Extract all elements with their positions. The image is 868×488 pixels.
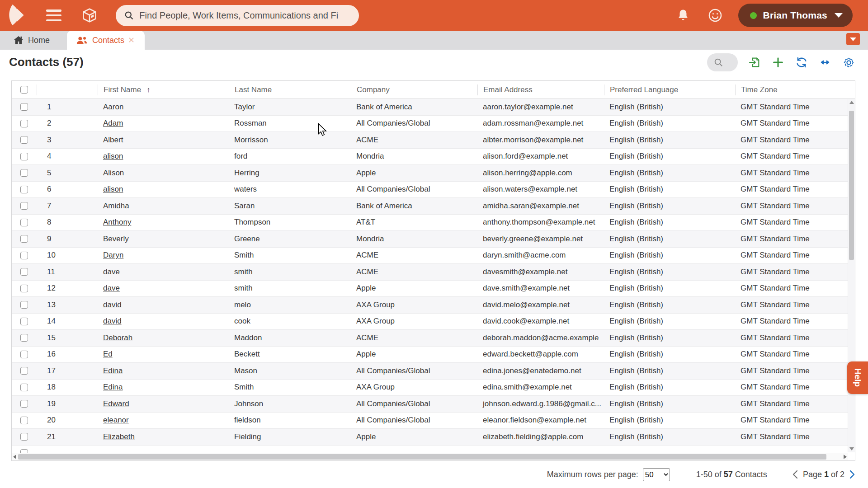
contact-link[interactable]: Beverly xyxy=(103,235,129,243)
horizontal-scrollbar-thumb[interactable] xyxy=(18,454,826,460)
contact-link[interactable]: Daryn xyxy=(103,251,123,259)
search-icon xyxy=(124,10,134,21)
contact-link[interactable]: david xyxy=(103,317,122,325)
contact-link[interactable]: david xyxy=(103,300,122,309)
grid-search-button[interactable] xyxy=(707,53,738,71)
row-checkbox[interactable] xyxy=(20,417,28,424)
cell-language: English (British) xyxy=(604,350,735,359)
cell-first-name: Elizabeth xyxy=(98,432,229,441)
row-checkbox[interactable] xyxy=(20,285,28,292)
cell-first-name: Adam xyxy=(98,119,229,128)
scroll-left-icon[interactable] xyxy=(13,455,16,459)
work-items-cube-icon[interactable] xyxy=(81,7,98,23)
refresh-button[interactable] xyxy=(795,56,808,69)
cell-last-name: Saran xyxy=(229,202,351,211)
row-checkbox[interactable] xyxy=(20,367,28,375)
previous-page-icon[interactable] xyxy=(792,470,798,479)
cell-email: alison.herring@apple.com xyxy=(477,169,604,178)
row-checkbox[interactable] xyxy=(20,268,28,276)
row-checkbox[interactable] xyxy=(20,384,28,391)
cell-last-name: Greene xyxy=(229,235,351,244)
contact-link[interactable]: Albert xyxy=(103,136,123,144)
scroll-right-icon[interactable] xyxy=(844,455,847,459)
table-row: 4alisonfordMondriaalison.ford@example.ne… xyxy=(12,149,848,165)
contact-link[interactable]: dave xyxy=(103,284,120,292)
row-checkbox[interactable] xyxy=(20,169,28,177)
pager: Page 1 of 2 xyxy=(792,470,855,479)
table-row: 16EdBeckettAppleedward.beckett@apple.com… xyxy=(12,347,848,363)
range-text: 1-50 of 57 Contacts xyxy=(696,470,767,479)
row-checkbox[interactable] xyxy=(20,252,28,259)
grid-settings-button[interactable] xyxy=(842,56,855,69)
tab-list-dropdown-button[interactable] xyxy=(846,33,860,45)
feedback-smiley-icon[interactable] xyxy=(708,8,723,23)
header-timezone[interactable]: Time Zone xyxy=(735,84,848,95)
cell-language: English (British) xyxy=(604,169,735,178)
select-all-checkbox-cell xyxy=(12,84,37,95)
row-checkbox[interactable] xyxy=(20,219,28,226)
rows-per-page-select[interactable]: 50 xyxy=(643,468,670,481)
contact-link[interactable]: Edina xyxy=(103,366,123,375)
vertical-scrollbar-thumb[interactable] xyxy=(849,111,854,260)
contact-link[interactable]: Ed xyxy=(103,350,113,358)
contact-link[interactable]: Amidha xyxy=(103,202,129,210)
menu-icon[interactable] xyxy=(46,9,61,21)
contact-link[interactable]: Adam xyxy=(103,119,123,127)
resize-columns-button[interactable] xyxy=(818,56,832,69)
import-button[interactable] xyxy=(748,56,761,69)
header-language[interactable]: Preferred Language xyxy=(604,84,735,95)
contact-link[interactable]: Elizabeth xyxy=(103,432,135,441)
row-checkbox[interactable] xyxy=(20,136,28,144)
contact-link[interactable]: eleanor xyxy=(103,416,129,424)
select-all-checkbox[interactable] xyxy=(20,86,28,94)
row-checkbox[interactable] xyxy=(20,318,28,325)
row-checkbox[interactable] xyxy=(20,202,28,210)
header-email[interactable]: Email Address xyxy=(477,84,604,95)
cell-timezone: GMT Standard Time xyxy=(735,300,848,310)
horizontal-scrollbar[interactable] xyxy=(12,453,848,460)
tab-contacts[interactable]: Contacts ✕ xyxy=(67,31,145,50)
page-title: Contacts (57) xyxy=(9,55,84,69)
row-checkbox[interactable] xyxy=(20,153,28,160)
scroll-up-icon[interactable] xyxy=(849,101,854,104)
scroll-down-icon[interactable] xyxy=(849,447,854,450)
row-checkbox[interactable] xyxy=(20,235,28,243)
contact-link[interactable]: Alison xyxy=(103,169,124,177)
cell-last-name: Taylor xyxy=(229,103,351,112)
add-contact-button[interactable] xyxy=(771,56,785,69)
contact-link[interactable]: alison xyxy=(103,152,123,160)
vertical-scrollbar[interactable] xyxy=(848,99,855,452)
row-checkbox[interactable] xyxy=(20,186,28,193)
help-button[interactable]: Help xyxy=(847,361,868,394)
row-checkbox[interactable] xyxy=(20,433,28,441)
contact-link[interactable]: Edward xyxy=(103,399,129,408)
row-checkbox[interactable] xyxy=(20,103,28,111)
header-company[interactable]: Company xyxy=(351,84,477,95)
row-checkbox[interactable] xyxy=(20,351,28,358)
tab-close-icon[interactable]: ✕ xyxy=(126,34,137,46)
row-checkbox[interactable] xyxy=(20,400,28,408)
tab-home[interactable]: Home xyxy=(0,31,65,50)
global-search-input[interactable] xyxy=(139,10,351,21)
cell-last-name: ford xyxy=(229,152,351,161)
cell-first-name: Anthony xyxy=(98,218,229,227)
cell-last-name: Fielding xyxy=(229,432,351,441)
row-number-header xyxy=(37,84,98,95)
contact-link[interactable]: Deborah xyxy=(103,333,132,342)
row-checkbox[interactable] xyxy=(20,120,28,127)
cell-language: English (British) xyxy=(604,383,735,392)
row-checkbox[interactable] xyxy=(20,301,28,309)
contact-link[interactable]: Aaron xyxy=(103,103,123,111)
contact-link[interactable]: Edina xyxy=(103,383,123,391)
row-checkbox[interactable] xyxy=(20,334,28,342)
header-last-name[interactable]: Last Name xyxy=(229,84,351,95)
notifications-bell-icon[interactable] xyxy=(676,8,690,23)
user-menu-button[interactable]: Brian Thomas xyxy=(738,4,853,27)
chevron-down-icon xyxy=(850,38,856,41)
brand-logo-icon[interactable] xyxy=(7,4,26,27)
contact-link[interactable]: Anthony xyxy=(103,218,131,226)
header-first-name[interactable]: First Name ↑ xyxy=(98,84,229,95)
contact-link[interactable]: alison xyxy=(103,185,123,193)
contact-link[interactable]: dave xyxy=(103,267,120,276)
next-page-icon[interactable] xyxy=(849,470,855,479)
